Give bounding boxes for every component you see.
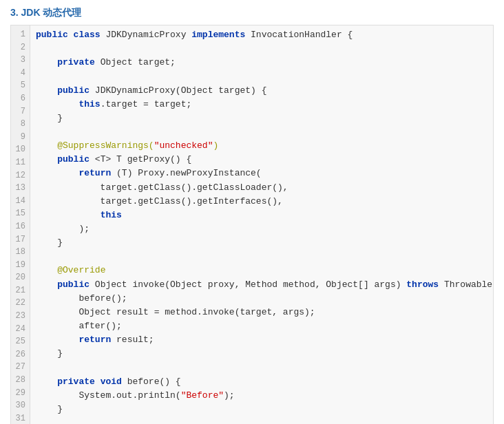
line-number: 19: [15, 259, 25, 272]
line-number: 22: [15, 297, 25, 310]
code-line: [36, 250, 487, 264]
code-line: );: [36, 222, 487, 236]
line-number: 11: [15, 156, 25, 169]
line-number: 8: [15, 118, 25, 131]
line-number: 10: [15, 143, 25, 156]
code-line: public <T> T getProxy() {: [36, 153, 487, 167]
line-number: 20: [15, 271, 25, 284]
code-line: public JDKDynamicProxy(Object target) {: [36, 84, 487, 98]
code-line: target.getClass().getClassLoader(),: [36, 181, 487, 195]
line-number: 31: [15, 412, 25, 424]
line-number: 27: [15, 361, 25, 374]
line-number: 13: [15, 182, 25, 195]
code-line: target.getClass().getInterfaces(),: [36, 195, 487, 209]
code-line: after();: [36, 319, 487, 333]
line-number: 29: [15, 387, 25, 400]
code-line: [36, 42, 487, 56]
line-number: 15: [15, 207, 25, 220]
code-line: return (T) Proxy.newProxyInstance(: [36, 167, 487, 180]
code-line: }: [36, 347, 487, 361]
code-line: [36, 125, 487, 139]
line-numbers-1: 1234567891011121314151617181920212223242…: [11, 25, 30, 424]
line-number: 16: [15, 220, 25, 233]
code-line: }: [36, 236, 487, 250]
section-title: 3. JDK 动态代理: [10, 7, 494, 19]
line-number: 3: [15, 54, 25, 67]
code-line: return result;: [36, 333, 487, 347]
code-line: private void before() {: [36, 375, 487, 389]
line-number: 30: [15, 399, 25, 412]
line-number: 21: [15, 284, 25, 297]
code-line: this.target = target;: [36, 98, 487, 112]
line-number: 5: [15, 79, 25, 92]
code-block-1: 1234567891011121314151617181920212223242…: [10, 25, 494, 424]
line-number: 28: [15, 374, 25, 387]
code-line: public class JDKDynamicProxy implements …: [36, 28, 487, 42]
line-number: 9: [15, 131, 25, 144]
code-line: [36, 416, 487, 424]
line-number: 25: [15, 335, 25, 348]
code-line: @SuppressWarnings("unchecked"): [36, 139, 487, 153]
code-content-1: public class JDKDynamicProxy implements …: [30, 25, 493, 424]
line-number: 24: [15, 323, 25, 336]
line-number: 1: [15, 28, 25, 41]
line-number: 7: [15, 105, 25, 118]
line-number: 2: [15, 41, 25, 54]
line-number: 14: [15, 195, 25, 208]
line-number: 12: [15, 169, 25, 182]
code-line: Object result = method.invoke(target, ar…: [36, 306, 487, 319]
code-line: @Override: [36, 264, 487, 277]
code-line: public Object invoke(Object proxy, Metho…: [36, 278, 487, 292]
line-number: 18: [15, 246, 25, 259]
code-line: System.out.println("Before");: [36, 389, 487, 403]
code-line: before();: [36, 292, 487, 306]
code-line: this: [36, 209, 487, 222]
line-number: 4: [15, 67, 25, 80]
line-number: 26: [15, 348, 25, 361]
code-line: [36, 70, 487, 83]
code-line: [36, 361, 487, 374]
code-line: private Object target;: [36, 56, 487, 70]
line-number: 6: [15, 92, 25, 105]
line-number: 23: [15, 310, 25, 323]
code-line: }: [36, 112, 487, 125]
line-number: 17: [15, 233, 25, 246]
code-line: }: [36, 403, 487, 416]
